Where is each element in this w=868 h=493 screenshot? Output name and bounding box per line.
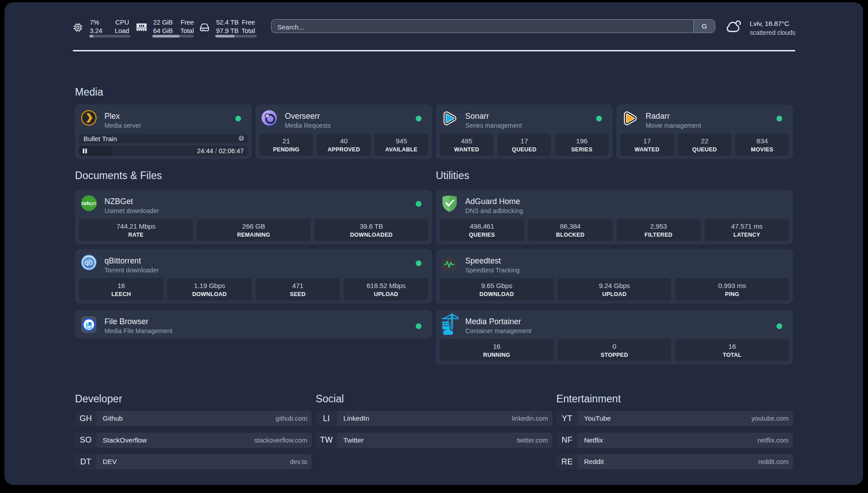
svg-text:nzbget: nzbget bbox=[82, 200, 97, 206]
svg-text:qb: qb bbox=[85, 259, 93, 266]
